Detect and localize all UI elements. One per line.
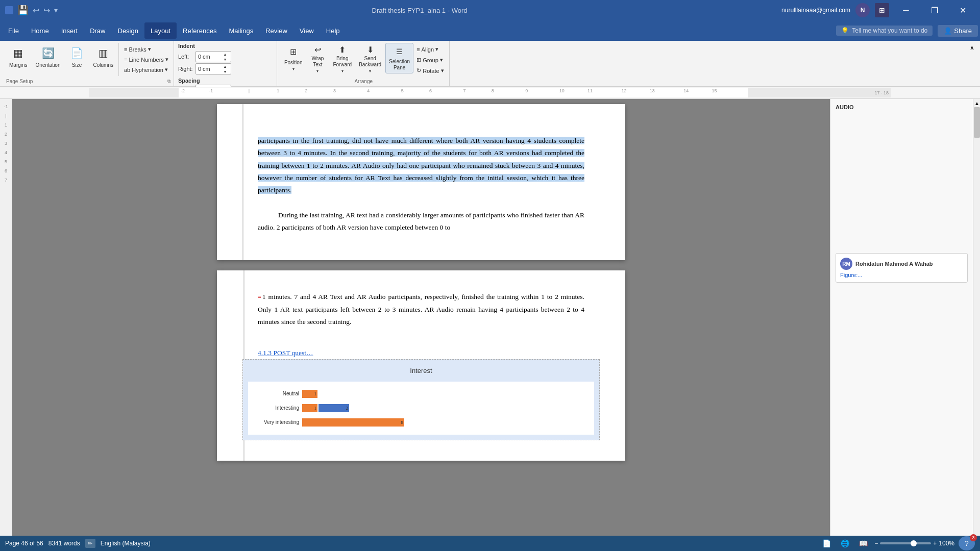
ribbon-group-page-setup: ▦ Margins 🔄 Orientation 📄 Size ▥ Columns… xyxy=(3,41,174,86)
menu-view[interactable]: View xyxy=(293,22,320,39)
selection-pane-label: SelectionPane xyxy=(389,59,410,71)
bring-forward-btn[interactable]: ⬆ BringForward ▾ xyxy=(330,43,355,73)
highlighted-text: participants in the first training, did … xyxy=(258,137,584,194)
scroll-up-btn[interactable]: ▲ xyxy=(974,99,980,107)
menu-review[interactable]: Review xyxy=(259,22,293,39)
web-layout-btn[interactable]: 🌐 xyxy=(838,538,852,549)
menu-search[interactable]: 💡 Tell me what you want to do xyxy=(836,26,933,36)
menu-references[interactable]: References xyxy=(177,22,223,39)
share-btn[interactable]: 👤 Share xyxy=(938,25,978,37)
close-btn[interactable]: ✕ xyxy=(951,0,975,20)
page-1: participants in the first training, did … xyxy=(217,104,625,260)
chart-area: Neutral 1 Interesting 1 2 xyxy=(248,382,594,435)
rotate-btn[interactable]: ↻ Rotate ▾ xyxy=(414,66,446,75)
read-mode-btn[interactable]: 📖 xyxy=(856,538,870,549)
wrap-text-btn[interactable]: ↩ WrapText ▾ xyxy=(306,43,329,73)
line-numbers-btn[interactable]: ≡ Line Numbers ▾ xyxy=(122,55,170,64)
minimize-btn[interactable]: ─ xyxy=(894,0,918,20)
columns-label: Columns xyxy=(93,62,113,68)
share-label: Share xyxy=(954,27,972,35)
breaks-label: Breaks xyxy=(129,46,146,53)
zoom-slider[interactable] xyxy=(880,542,931,544)
breaks-btn[interactable]: ≡ Breaks ▾ xyxy=(122,45,170,54)
word-count: 8341 words xyxy=(48,540,80,547)
send-backward-label: SendBackward xyxy=(359,56,381,68)
view-mode-btn[interactable]: ⊞ xyxy=(875,3,889,17)
quick-access-more[interactable]: ▾ xyxy=(54,6,58,14)
indent-right-input[interactable]: 0 cm ▲ ▼ xyxy=(195,63,231,74)
ruler: -2 -1 | 1 2 3 4 5 6 7 8 9 10 11 12 13 14… xyxy=(0,87,980,99)
restore-btn[interactable]: ❐ xyxy=(923,0,946,20)
doc-area[interactable]: participants in the first training, did … xyxy=(12,99,830,536)
bar-container-neutral: 1 xyxy=(302,390,317,398)
page-setup-dialog[interactable]: ⧉ xyxy=(167,79,170,84)
breaks-icon: ≡ xyxy=(124,46,127,53)
quick-save[interactable]: 💾 xyxy=(17,5,29,16)
page-info: Page 46 of 56 xyxy=(5,540,43,547)
group-arrow: ▾ xyxy=(440,57,443,63)
indent-left-input[interactable]: 0 cm ▲ ▼ xyxy=(195,51,231,62)
bar-interesting-orange: 1 xyxy=(302,404,317,412)
word-icon xyxy=(5,6,13,14)
ribbon-group-arrange: ⊞ Position ▾ ↩ WrapText ▾ ⬆ BringForward… xyxy=(278,41,450,86)
margins-icon: ▦ xyxy=(10,45,27,61)
align-btn[interactable]: ≡ Align ▾ xyxy=(414,45,446,54)
menu-insert[interactable]: Insert xyxy=(55,22,84,39)
menu-mailings[interactable]: Mailings xyxy=(223,22,260,39)
menu-file[interactable]: File xyxy=(2,22,25,39)
zoom-control[interactable]: − + 100% xyxy=(874,540,954,547)
lightbulb-icon: 💡 xyxy=(841,27,849,34)
spacing-heading: Spacing xyxy=(178,78,200,84)
title-bar-right: nurulllainaaa@gmail.com N ⊞ ─ ❐ ✕ xyxy=(781,0,975,20)
section-heading[interactable]: 4.1.3 POST quest… xyxy=(258,349,313,357)
zoom-thumb[interactable] xyxy=(911,540,917,546)
scroll-thumb[interactable] xyxy=(974,107,980,138)
help-btn[interactable]: ? 3 xyxy=(959,536,975,550)
left-ruler: -1 | 1 2 3 4 5 6 7 xyxy=(0,99,12,536)
page-2: ≡1 minutes. 7 and 4 AR Text and AR Audio… xyxy=(217,270,625,461)
print-layout-btn[interactable]: 📄 xyxy=(819,538,834,549)
indent-right-down[interactable]: ▼ xyxy=(222,69,229,74)
indent-right-up[interactable]: ▲ xyxy=(222,64,229,69)
edit-mode-btn[interactable]: ✏ xyxy=(85,539,95,548)
chart-row-interesting: Interesting 1 2 xyxy=(253,401,589,415)
selection-pane-btn[interactable]: ☰ SelectionPane xyxy=(385,43,413,73)
size-icon: 📄 xyxy=(69,45,85,61)
wrap-text-label: WrapText xyxy=(312,56,324,68)
menu-layout[interactable]: Layout xyxy=(144,22,177,39)
bar-container-very-interesting: 8 xyxy=(302,418,404,427)
bar-neutral-orange: 1 xyxy=(302,390,317,398)
comment-ref[interactable]: Figure:... xyxy=(840,272,963,278)
menu-home[interactable]: Home xyxy=(25,22,55,39)
menu-draw[interactable]: Draw xyxy=(84,22,111,39)
position-icon: ⊞ xyxy=(285,45,302,59)
indent-left-down[interactable]: ▼ xyxy=(222,57,229,62)
menu-help[interactable]: Help xyxy=(320,22,346,39)
ribbon-collapse-btn[interactable]: ∧ xyxy=(967,43,977,53)
zoom-in-btn[interactable]: + xyxy=(933,540,937,547)
send-backward-btn[interactable]: ⬇ SendBackward ▾ xyxy=(356,43,384,73)
scrollbar[interactable]: ▲ xyxy=(973,99,980,536)
chart-label-very-interesting: Very interesting xyxy=(253,418,299,427)
comment-panel: AUDIO RM Rohidatun Mahmod A Wahab Figure… xyxy=(830,99,973,536)
redo-btn[interactable]: ↪ xyxy=(43,6,50,15)
zoom-out-btn[interactable]: − xyxy=(874,540,878,547)
columns-btn[interactable]: ▥ Columns xyxy=(90,43,116,73)
margins-btn[interactable]: ▦ Margins xyxy=(6,43,31,73)
page-break xyxy=(217,260,625,270)
indent-left-label: Left: xyxy=(178,54,193,60)
chart-label-interesting: Interesting xyxy=(253,404,299,413)
group-btn[interactable]: ⊞ Group ▾ xyxy=(414,56,446,64)
undo-btn[interactable]: ↩ xyxy=(33,6,39,15)
hyphenation-btn[interactable]: ab Hyphenation ▾ xyxy=(122,65,170,74)
position-btn[interactable]: ⊞ Position ▾ xyxy=(281,43,306,73)
user-avatar[interactable]: N xyxy=(855,3,870,17)
size-btn[interactable]: 📄 Size xyxy=(66,43,88,73)
hyphenation-arrow: ▾ xyxy=(165,66,168,73)
notification-badge: 3 xyxy=(970,534,977,541)
chart-container: Interest Neutral 1 Interesting xyxy=(242,359,600,440)
indent-marker: ≡ xyxy=(258,293,261,300)
menu-design[interactable]: Design xyxy=(112,22,144,39)
indent-left-up[interactable]: ▲ xyxy=(222,52,229,57)
orientation-btn[interactable]: 🔄 Orientation xyxy=(33,43,64,73)
